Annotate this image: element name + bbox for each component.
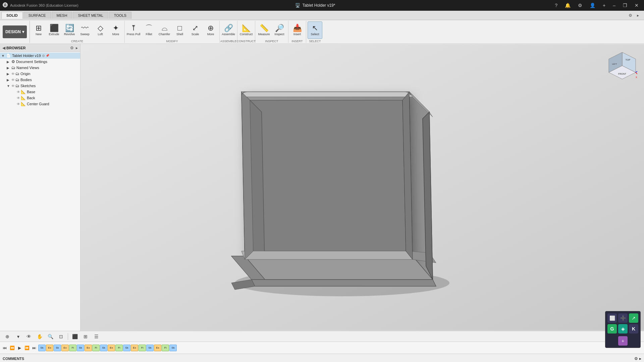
tray-app2-button[interactable]: ◈ <box>618 324 628 334</box>
viewcube[interactable]: TOP LEFT FRONT Z X <box>607 51 637 81</box>
shell-button[interactable]: □ Shell <box>172 21 187 39</box>
viewport[interactable]: TOP LEFT FRONT Z X <box>80 44 644 331</box>
tree-item-base[interactable]: 👁 📐 Base <box>0 89 80 95</box>
browser-collapse-button[interactable]: ◀ <box>1 45 6 51</box>
svg-line-25 <box>636 71 637 72</box>
measure-button[interactable]: 📏 Measure <box>257 21 271 39</box>
tree-item-centerguard[interactable]: 👁 📐 Center Guard <box>0 101 80 107</box>
tree-icon-origin: 🗂 <box>15 71 19 76</box>
account-button[interactable]: 👤 <box>587 2 598 9</box>
chamfer-button[interactable]: ⌓ Chamfer <box>157 21 172 39</box>
tab-mesh[interactable]: MESH <box>52 12 72 19</box>
tree-item-root[interactable]: ▼ 📄 Tablet Holder v19 ⚙ 📌 <box>0 53 80 59</box>
construct-button[interactable]: 📐 Construct <box>239 21 254 39</box>
tree-item-sketches[interactable]: ▼ 👁 🗂 Sketches <box>0 83 80 89</box>
browser-settings-button[interactable]: ⚙ <box>69 45 75 51</box>
inspect-more-button[interactable]: 🔎 Inspect <box>272 21 287 39</box>
tree-item-bodies[interactable]: ▶ 👁 🗂 Bodies <box>0 77 80 83</box>
timeline-op-ex5[interactable]: Ex <box>131 345 138 351</box>
tree-icon-root: 📄 <box>6 53 11 58</box>
tree-item-namedviews[interactable]: ▶ 🗂 Named Views <box>0 65 80 71</box>
timeline-op-ex2[interactable]: Ex <box>61 345 69 351</box>
timeline-next-button[interactable]: ⏩ <box>23 345 30 351</box>
timeline-op-fi1[interactable]: Fi <box>69 345 76 351</box>
comments-expand-button[interactable]: ▸ <box>639 356 641 361</box>
tab-tools[interactable]: TOOLS <box>109 12 131 19</box>
timeline-play-button[interactable]: ▶ <box>16 345 23 351</box>
loft-button[interactable]: ◇ Loft <box>93 21 108 39</box>
tab-sheet-metal[interactable]: SHEET METAL <box>73 12 108 19</box>
timeline-op-fi2[interactable]: Fi <box>92 345 100 351</box>
browser-expand-button[interactable]: ▸ <box>75 45 79 51</box>
modify-more-button[interactable]: ⊕ More <box>203 21 218 39</box>
timeline-op-ex1[interactable]: Ex <box>46 345 53 351</box>
timeline-op-sk7[interactable]: Sk <box>169 345 177 351</box>
tree-item-origin[interactable]: ▶ 👁 🗂 Origin <box>0 71 80 77</box>
close-button[interactable]: ✕ <box>632 2 641 9</box>
tree-item-back[interactable]: 👁 📐 Back <box>0 95 80 101</box>
grid-settings-button[interactable]: ⊞ <box>81 332 90 341</box>
timeline-op-fi5[interactable]: Fi <box>162 345 169 351</box>
sweep-button[interactable]: 〰 Sweep <box>77 21 92 39</box>
timeline-op-ex6[interactable]: Ex <box>154 345 161 351</box>
revolve-button[interactable]: 🔄 Revolve <box>62 21 77 39</box>
tray-app3-button[interactable]: K <box>629 324 638 334</box>
tray-share-button[interactable]: ↗ <box>629 313 638 323</box>
tree-item-docsettings[interactable]: ▶ ⚙ Document Settings <box>0 59 80 65</box>
tray-plus-button[interactable]: + <box>618 336 628 346</box>
insert-button[interactable]: 📥 Insert <box>290 21 305 39</box>
design-dropdown[interactable]: DESIGN ▾ <box>3 25 27 38</box>
create-more-button[interactable]: ✦ More <box>108 21 123 39</box>
tab-surface[interactable]: SURFACE <box>23 12 51 19</box>
tray-display-button[interactable]: ⬜ <box>607 313 617 323</box>
fillet-button[interactable]: ⌒ Fillet <box>142 21 156 39</box>
fillet-icon: ⌒ <box>145 24 153 32</box>
timeline-op-sk6[interactable]: Sk <box>146 345 154 351</box>
timeline-op-sk4[interactable]: Sk <box>100 345 107 351</box>
svg-text:LEFT: LEFT <box>612 63 617 65</box>
new-component-button[interactable]: ⊞ New <box>31 21 46 39</box>
restore-button[interactable]: ❐ <box>620 2 630 9</box>
look-at-button[interactable]: 👁 <box>24 332 34 341</box>
orbit-options-button[interactable]: ▾ <box>13 332 23 341</box>
pan-button[interactable]: ✋ <box>35 332 44 341</box>
new-tab-button[interactable]: + <box>600 2 608 9</box>
select-icon: ↖ <box>312 24 318 32</box>
tree-pin-root: 📌 <box>46 54 49 57</box>
help-button[interactable]: ? <box>552 2 560 9</box>
timeline-op-sk5[interactable]: Sk <box>123 345 130 351</box>
timeline-end-button[interactable]: ⏭ <box>31 345 38 351</box>
timeline-op-fi4[interactable]: Fi <box>139 345 146 351</box>
select-button[interactable]: ↖ Select <box>308 21 322 39</box>
settings-button[interactable]: ⚙ <box>575 2 585 9</box>
extrude-button[interactable]: ⬛ Extrude <box>47 21 61 39</box>
timeline-op-sk2[interactable]: Sk <box>54 345 61 351</box>
titlebar-center: 🖥️ Tablet Holder v19* <box>295 3 335 8</box>
timeline-op-fi3[interactable]: Fi <box>115 345 123 351</box>
view-settings-button[interactable]: ☰ <box>92 332 101 341</box>
assemble-button[interactable]: 🔗 Assemble <box>221 21 236 39</box>
timeline-op-sk3[interactable]: Sk <box>77 345 84 351</box>
title-bar: 🅐 Autodesk Fusion 360 (Education License… <box>0 0 644 11</box>
tab-options-icon[interactable]: ⚙ <box>627 12 634 19</box>
tab-solid[interactable]: SOLID <box>1 12 23 19</box>
tray-icon-grid: ⬜ ➕ ↗ G ◈ K <box>607 313 638 334</box>
zoom-button[interactable]: 🔍 <box>46 332 55 341</box>
zoom-fit-button[interactable]: ⊡ <box>56 332 66 341</box>
minimize-button[interactable]: – <box>610 2 618 9</box>
timeline-prev-button[interactable]: ⏪ <box>9 345 15 351</box>
scale-button[interactable]: ⤢ Scale <box>188 21 203 39</box>
comments-settings-button[interactable]: ⚙ <box>634 356 638 361</box>
press-pull-button[interactable]: ⤒ Press Pull <box>126 21 141 39</box>
tab-expand-icon[interactable]: ▸ <box>635 12 641 19</box>
display-settings-button[interactable]: ⬛ <box>70 332 79 341</box>
timeline-start-button[interactable]: ⏮ <box>1 345 8 351</box>
timeline-op-ex3[interactable]: Ex <box>85 345 92 351</box>
tray-app1-button[interactable]: G <box>607 324 617 334</box>
notifications-button[interactable]: 🔔 <box>562 2 573 9</box>
construct-label: CONSTRUCT <box>237 40 256 43</box>
timeline-op-ex4[interactable]: Ex <box>108 345 115 351</box>
orbit-button[interactable]: ⊕ <box>3 332 12 341</box>
tray-add-button[interactable]: ➕ <box>618 313 628 323</box>
timeline-op-sk1[interactable]: Sk <box>38 345 46 351</box>
